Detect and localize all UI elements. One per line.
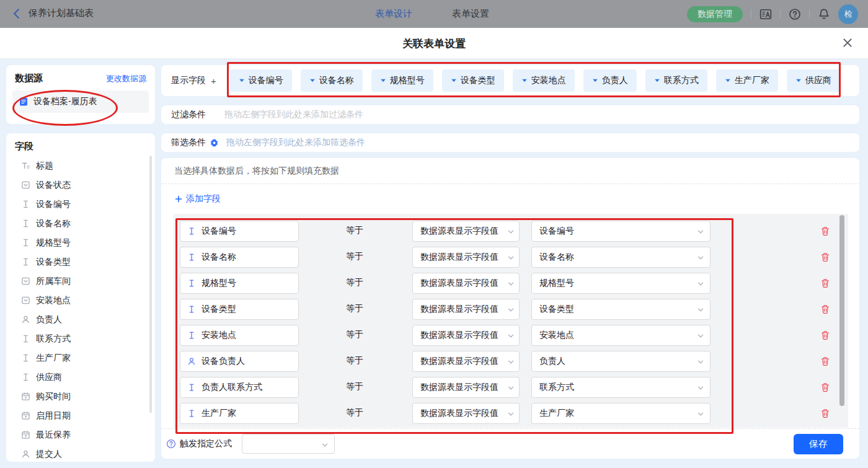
- form-title[interactable]: 保养计划基础表: [26, 7, 96, 22]
- rule-source-select[interactable]: 数据源表显示字段值: [412, 377, 520, 398]
- display-field-chip[interactable]: 负责人: [583, 69, 637, 92]
- rule-target-field[interactable]: 规格型号: [180, 273, 299, 294]
- field-list-item[interactable]: 设备类型: [6, 252, 155, 272]
- data-manage-button[interactable]: 数据管理: [687, 6, 743, 22]
- sieve-condition-panel[interactable]: 筛选条件 拖动左侧字段到此处来添加筛选条件: [161, 133, 859, 152]
- equals-label: 等于: [346, 251, 363, 262]
- rule-target-field[interactable]: 设备名称: [180, 247, 299, 268]
- doc-icon: [19, 97, 29, 107]
- display-field-chip[interactable]: 联系方式: [645, 69, 707, 92]
- field-list-item[interactable]: 供应商: [6, 368, 155, 387]
- rule-target-field[interactable]: 设备类型: [180, 299, 299, 320]
- rule-source-select[interactable]: 数据源表显示字段值: [412, 221, 520, 242]
- save-button[interactable]: 保存: [794, 434, 843, 454]
- field-list-item[interactable]: 联系方式: [6, 329, 155, 348]
- display-field-chip[interactable]: 设备名称: [301, 69, 363, 92]
- field-list-item-label: 所属车间: [36, 276, 71, 287]
- rule-value-select[interactable]: 联系方式: [531, 377, 711, 398]
- display-field-chip[interactable]: 规格型号: [371, 69, 433, 92]
- add-display-field-button[interactable]: +: [211, 76, 216, 86]
- translate-icon[interactable]: [760, 8, 772, 20]
- rule-target-field[interactable]: 安装地点: [180, 325, 299, 346]
- rule-target-field[interactable]: 设备负责人: [180, 351, 299, 372]
- rule-value: 设备编号: [539, 226, 574, 237]
- field-list-item[interactable]: 购买时间: [6, 387, 155, 406]
- rule-target-field-label: 设备类型: [202, 304, 236, 315]
- trash-icon[interactable]: [820, 382, 830, 392]
- datasource-item[interactable]: 设备档案-履历表: [12, 91, 149, 113]
- rule-source-select[interactable]: 数据源表显示字段值: [412, 299, 520, 320]
- field-list-item[interactable]: 安装地点: [6, 291, 155, 310]
- question-icon[interactable]: [166, 439, 176, 449]
- trash-icon[interactable]: [820, 252, 830, 262]
- field-list-item[interactable]: 设备编号: [6, 195, 155, 214]
- rule-value: 负责人: [539, 356, 565, 367]
- chip-label: 生产厂家: [735, 75, 769, 86]
- change-datasource-link[interactable]: 更改数据源: [106, 73, 146, 84]
- trash-icon[interactable]: [820, 226, 830, 236]
- trash-icon[interactable]: [820, 278, 830, 288]
- rule-value-select[interactable]: 生产厂家: [531, 403, 711, 424]
- field-list-item[interactable]: 提交人: [6, 444, 155, 462]
- trash-icon[interactable]: [820, 408, 830, 418]
- select-icon: [21, 276, 30, 286]
- rule-source-select[interactable]: 数据源表显示字段值: [412, 403, 520, 424]
- field-list-item[interactable]: 启用日期: [6, 406, 155, 425]
- field-list-item[interactable]: 规格型号: [6, 233, 155, 252]
- field-list-item[interactable]: 生产厂家: [6, 348, 155, 368]
- display-field-chip[interactable]: 设备类型: [442, 69, 504, 92]
- field-list-item[interactable]: 设备名称: [6, 214, 155, 233]
- display-field-chip[interactable]: 设备编号: [230, 69, 292, 92]
- rule-source-select[interactable]: 数据源表显示字段值: [412, 325, 520, 346]
- trash-icon[interactable]: [820, 304, 830, 314]
- close-icon[interactable]: [842, 37, 853, 48]
- rule-target-field[interactable]: 生产厂家: [180, 403, 299, 424]
- display-field-chip[interactable]: 供应商: [787, 69, 840, 92]
- help-icon[interactable]: [789, 8, 801, 20]
- back-icon[interactable]: [11, 8, 22, 19]
- trash-icon[interactable]: [820, 356, 830, 366]
- equals-label: 等于: [346, 355, 363, 366]
- tab-form-design[interactable]: 表单设计: [375, 8, 412, 20]
- field-list-item[interactable]: 标题: [6, 156, 155, 175]
- gear-icon[interactable]: [210, 138, 219, 148]
- add-field-button[interactable]: 添加字段: [175, 193, 221, 205]
- rule-value-select[interactable]: 设备类型: [531, 299, 711, 320]
- chevron-down-icon: [697, 306, 704, 314]
- rule-value-select[interactable]: 设备名称: [531, 247, 711, 268]
- rules-list: 设备编号 等于 数据源表显示字段值 设备编号: [174, 214, 848, 428]
- rule-value-select[interactable]: 负责人: [531, 351, 711, 372]
- rule-value-select[interactable]: 设备编号: [531, 221, 711, 242]
- field-list-item[interactable]: 负责人: [6, 310, 155, 329]
- field-list-item[interactable]: 设备状态: [6, 175, 155, 195]
- display-field-chip[interactable]: 安装地点: [513, 69, 575, 92]
- calendar-icon: [21, 392, 30, 401]
- avatar[interactable]: 检: [838, 4, 858, 24]
- rule-source-select[interactable]: 数据源表显示字段值: [412, 351, 520, 372]
- rule-value-select[interactable]: 安装地点: [531, 325, 711, 346]
- field-list-item[interactable]: 最近保养: [6, 425, 155, 444]
- field-list-item-label: 设备名称: [36, 218, 71, 229]
- chevron-down-icon: [321, 441, 329, 449]
- topbar: 保养计划基础表 表单设计 表单设置 数据管理 检: [0, 0, 868, 28]
- filter-condition-panel[interactable]: 过滤条件 拖动左侧字段到此处来添加过滤条件: [161, 105, 859, 124]
- rule-value-select[interactable]: 规格型号: [531, 273, 711, 294]
- rule-row: 负责人联系方式 等于 数据源表显示字段值 联系方式: [174, 374, 848, 400]
- fields-scrollbar[interactable]: [149, 156, 152, 413]
- formula-select[interactable]: [242, 434, 335, 454]
- tab-form-settings[interactable]: 表单设置: [452, 8, 489, 20]
- field-list-item-label: 标题: [36, 161, 53, 172]
- bell-icon[interactable]: [818, 8, 830, 20]
- trash-icon[interactable]: [820, 330, 830, 340]
- divider: [751, 9, 751, 19]
- field-list-item[interactable]: 所属车间: [6, 272, 155, 291]
- rule-source-select[interactable]: 数据源表显示字段值: [412, 273, 520, 294]
- text-icon: [187, 305, 196, 314]
- add-field-label: 添加字段: [186, 193, 221, 205]
- rule-target-field[interactable]: 设备编号: [180, 221, 299, 242]
- filter-condition-label: 过滤条件: [171, 109, 206, 120]
- rule-target-field[interactable]: 负责人联系方式: [180, 377, 299, 398]
- display-field-chip[interactable]: 生产厂家: [716, 69, 778, 92]
- rule-source-select[interactable]: 数据源表显示字段值: [412, 247, 520, 268]
- datasource-title: 数据源: [15, 73, 43, 84]
